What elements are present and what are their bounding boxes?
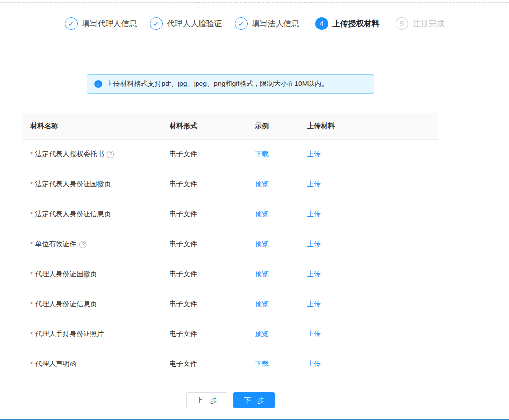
check-icon: ✓ (150, 17, 163, 30)
table-row: * 法定代表人授权委托书 ? 电子文件 下载 上传 (23, 140, 438, 169)
upload-link[interactable]: 上传 (307, 180, 321, 188)
header-material-format: 材料形式 (170, 122, 255, 131)
example-cell: 预览 (255, 180, 307, 189)
step-2-label: 代理人人脸验证 (167, 19, 222, 29)
material-name-cell: * 代理人身份证国徽页 (23, 270, 170, 279)
help-icon[interactable]: ? (107, 151, 114, 158)
example-cell: 预览 (255, 210, 307, 219)
header-example: 示例 (255, 122, 307, 131)
example-link[interactable]: 预览 (255, 330, 269, 337)
step-5-label: 注册完成 (413, 19, 444, 29)
example-link[interactable]: 预览 (255, 300, 269, 308)
top-dashed-divider (0, 2, 509, 3)
step-5-register-complete: 5 注册完成 (396, 17, 444, 30)
table-row: * 代理人身份证信息页 电子文件 预览 上传 (23, 289, 438, 319)
material-name: 法定代表人授权委托书 (35, 150, 104, 159)
upload-cell: 上传 (307, 180, 438, 189)
table-header-row: 材料名称 材料形式 示例 上传材料 (23, 113, 438, 140)
material-format: 电子文件 (170, 270, 255, 279)
material-name: 代理人声明函 (35, 360, 76, 368)
material-name-cell: * 法定代表人身份证国徽页 (23, 180, 170, 189)
example-link[interactable]: 预览 (255, 240, 269, 248)
material-name-cell: * 法定代表人授权委托书 ? (23, 150, 170, 159)
table-row: * 代理人手持身份证照片 电子文件 预览 上传 (23, 319, 438, 349)
upload-link[interactable]: 上传 (307, 150, 321, 158)
upload-cell: 上传 (307, 360, 438, 368)
step-3-legal-person-info: ✓ 填写法人信息 (235, 17, 299, 30)
main-content: i 上传材料格式支持pdf、jpg、jpeg、png和gif格式，限制大小在10… (23, 74, 438, 408)
header-upload: 上传材料 (307, 122, 438, 131)
materials-table: 材料名称 材料形式 示例 上传材料 * 法定代表人授权委托书 ? 电子文件 下载… (23, 113, 438, 379)
previous-step-button[interactable]: 上一步 (186, 392, 227, 408)
example-link[interactable]: 预览 (255, 180, 269, 188)
material-format: 电子文件 (170, 330, 255, 338)
upload-link[interactable]: 上传 (307, 210, 321, 218)
next-step-button[interactable]: 下一步 (233, 392, 275, 408)
check-icon: ✓ (235, 17, 248, 30)
step-separator: - (387, 20, 389, 28)
example-cell: 下载 (255, 150, 307, 159)
table-row: * 法定代表人身份证国徽页 电子文件 预览 上传 (23, 169, 438, 199)
required-asterisk: * (30, 270, 33, 278)
table-row: * 代理人声明函 电子文件 下载 上传 (23, 349, 438, 379)
example-cell: 预览 (255, 330, 307, 338)
table-row: * 法定代表人身份证信息页 电子文件 预览 上传 (23, 199, 438, 229)
upload-link[interactable]: 上传 (307, 270, 321, 278)
header-material-name: 材料名称 (23, 122, 170, 131)
example-link[interactable]: 预览 (255, 210, 269, 218)
material-format: 电子文件 (170, 300, 255, 308)
info-icon: i (94, 80, 102, 88)
material-format: 电子文件 (170, 180, 255, 189)
upload-link[interactable]: 上传 (307, 300, 321, 308)
required-asterisk: * (30, 330, 33, 338)
material-name-cell: * 单位有效证件 ? (23, 240, 170, 249)
example-link[interactable]: 下载 (255, 150, 269, 158)
material-format: 电子文件 (170, 150, 255, 159)
material-name: 代理人身份证国徽页 (35, 270, 97, 279)
example-cell: 预览 (255, 270, 307, 279)
material-name-cell: * 代理人身份证信息页 (23, 300, 170, 308)
step-1-label: 填写代理人信息 (82, 19, 137, 29)
upload-cell: 上传 (307, 210, 438, 219)
step-4-label: 上传授权材料 (333, 19, 380, 29)
required-asterisk: * (30, 240, 33, 248)
example-link[interactable]: 下载 (255, 360, 269, 367)
required-asterisk: * (30, 360, 33, 368)
help-icon[interactable]: ? (79, 241, 86, 248)
material-format: 电子文件 (170, 240, 255, 249)
steps-bar: ✓ 填写代理人信息 ✓ 代理人人脸验证 ✓ 填写法人信息 - 4 上传授权材料 … (0, 17, 509, 30)
material-name: 代理人手持身份证照片 (35, 330, 104, 338)
required-asterisk: * (30, 180, 33, 188)
example-link[interactable]: 预览 (255, 270, 269, 278)
upload-link[interactable]: 上传 (307, 330, 321, 337)
wizard-footer: 上一步 下一步 (23, 392, 438, 408)
material-name: 法定代表人身份证信息页 (35, 210, 111, 219)
material-name: 代理人身份证信息页 (35, 300, 97, 308)
step-1-agent-info: ✓ 填写代理人信息 (65, 17, 137, 30)
step-4-number-badge: 4 (315, 17, 328, 30)
example-cell: 下载 (255, 360, 307, 368)
upload-cell: 上传 (307, 150, 438, 159)
table-body: * 法定代表人授权委托书 ? 电子文件 下载 上传 * 法定代表人身份证国徽页 … (23, 140, 438, 379)
material-name-cell: * 代理人声明函 (23, 360, 170, 368)
upload-cell: 上传 (307, 270, 438, 279)
table-row: * 单位有效证件 ? 电子文件 预览 上传 (23, 229, 438, 259)
example-cell: 预览 (255, 240, 307, 249)
upload-cell: 上传 (307, 240, 438, 249)
required-asterisk: * (30, 210, 33, 218)
example-cell: 预览 (255, 300, 307, 308)
material-name: 法定代表人身份证国徽页 (35, 180, 111, 189)
required-asterisk: * (30, 300, 33, 308)
required-asterisk: * (30, 150, 33, 158)
material-name: 单位有效证件 (35, 240, 76, 249)
upload-link[interactable]: 上传 (307, 360, 321, 367)
step-2-face-verify: ✓ 代理人人脸验证 (150, 17, 222, 30)
step-5-number-badge: 5 (396, 17, 408, 30)
upload-link[interactable]: 上传 (307, 240, 321, 248)
upload-format-notice: i 上传材料格式支持pdf、jpg、jpeg、png和gif格式，限制大小在10… (87, 74, 374, 94)
step-4-upload-materials: 4 上传授权材料 (315, 17, 380, 30)
material-format: 电子文件 (170, 210, 255, 219)
step-3-label: 填写法人信息 (252, 19, 299, 29)
material-format: 电子文件 (170, 360, 255, 368)
check-icon: ✓ (65, 17, 78, 30)
